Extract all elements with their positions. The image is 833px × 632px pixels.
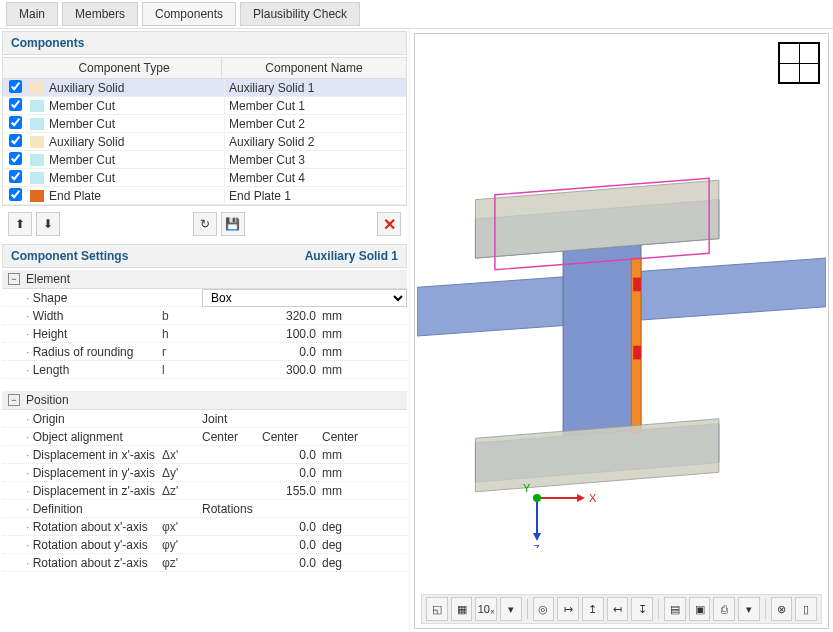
tool-drop[interactable]: ▾ bbox=[500, 597, 522, 621]
settings-header: Component Settings Auxiliary Solid 1 bbox=[2, 244, 407, 268]
move-down-button[interactable]: ⬇ bbox=[36, 212, 60, 236]
tab-plausibility-check[interactable]: Plausibility Check bbox=[240, 2, 360, 26]
cell-name: Member Cut 2 bbox=[225, 116, 406, 132]
color-swatch bbox=[30, 172, 44, 184]
table-row[interactable]: Auxiliary SolidAuxiliary Solid 1 bbox=[3, 79, 406, 97]
main-tabs: MainMembersComponentsPlausibility Check bbox=[0, 0, 833, 29]
svg-marker-14 bbox=[533, 533, 541, 541]
svg-rect-5 bbox=[633, 278, 641, 292]
table-row[interactable]: Member CutMember Cut 3 bbox=[3, 151, 406, 169]
tool-axis-neg[interactable]: ↧ bbox=[631, 597, 653, 621]
viewport-panel: X Z Y ◱▦10ₓ▾◎↦↥↤↧▤▣⎙▾⊗▯ bbox=[414, 33, 829, 629]
row-checkbox[interactable] bbox=[9, 170, 22, 183]
components-table: Component Type Component Name Auxiliary … bbox=[2, 57, 407, 206]
tool-axis-y[interactable]: ↥ bbox=[582, 597, 604, 621]
svg-point-16 bbox=[533, 494, 541, 502]
value-cell[interactable]: 300.0 bbox=[202, 363, 322, 377]
row-checkbox[interactable] bbox=[9, 152, 22, 165]
row-checkbox[interactable] bbox=[9, 80, 22, 93]
collapse-icon[interactable]: − bbox=[8, 394, 20, 406]
delete-button[interactable]: ✕ bbox=[377, 212, 401, 236]
3d-viewport[interactable]: X Z Y bbox=[417, 36, 826, 590]
table-row[interactable]: Member CutMember Cut 4 bbox=[3, 169, 406, 187]
viewport-toolbar: ◱▦10ₓ▾◎↦↥↤↧▤▣⎙▾⊗▯ bbox=[421, 594, 822, 624]
tab-components[interactable]: Components bbox=[142, 2, 236, 26]
collapse-icon[interactable]: − bbox=[8, 273, 20, 285]
tool-cube[interactable]: ▣ bbox=[689, 597, 711, 621]
value-cell[interactable]: 155.0 bbox=[202, 484, 322, 498]
table-row[interactable]: Member CutMember Cut 1 bbox=[3, 97, 406, 115]
cell-name: Member Cut 1 bbox=[225, 98, 406, 114]
group-element[interactable]: − Element bbox=[2, 270, 407, 289]
prop-alignment: Object alignment Center Center Center bbox=[2, 428, 407, 446]
cell-type: Auxiliary Solid bbox=[47, 134, 225, 150]
cell-type: Member Cut bbox=[47, 116, 225, 132]
tool-print[interactable]: ⎙ bbox=[713, 597, 735, 621]
tool-drop2[interactable]: ▾ bbox=[738, 597, 760, 621]
save-button[interactable]: 💾 bbox=[221, 212, 245, 236]
value-cell[interactable]: 0.0 bbox=[202, 538, 322, 552]
tool-zoom[interactable]: 10ₓ bbox=[475, 597, 497, 621]
table-row[interactable]: Member CutMember Cut 2 bbox=[3, 115, 406, 133]
shape-select[interactable]: Box bbox=[202, 289, 407, 307]
row-checkbox[interactable] bbox=[9, 98, 22, 111]
svg-marker-7 bbox=[475, 180, 718, 258]
tool-axis-x[interactable]: ↦ bbox=[557, 597, 579, 621]
prop-element: Widthb320.0mm bbox=[2, 307, 407, 325]
prop-displacement: Displacement in z'-axisΔz'155.0mm bbox=[2, 482, 407, 500]
cell-type: Member Cut bbox=[47, 98, 225, 114]
value-cell[interactable]: 0.0 bbox=[202, 448, 322, 462]
row-checkbox[interactable] bbox=[9, 116, 22, 129]
cell-type: Member Cut bbox=[47, 170, 225, 186]
prop-displacement: Displacement in y'-axisΔy'0.0mm bbox=[2, 464, 407, 482]
cell-type: End Plate bbox=[47, 188, 225, 204]
settings-subtitle: Auxiliary Solid 1 bbox=[305, 249, 398, 263]
prop-rotation: Rotation about y'-axisφy'0.0deg bbox=[2, 536, 407, 554]
tool-layers[interactable]: ▤ bbox=[664, 597, 686, 621]
prop-shape: Shape Box bbox=[2, 289, 407, 307]
tab-members[interactable]: Members bbox=[62, 2, 138, 26]
group-position[interactable]: − Position bbox=[2, 391, 407, 410]
prop-rotation: Rotation about x'-axisφx'0.0deg bbox=[2, 518, 407, 536]
refresh-button[interactable]: ↻ bbox=[193, 212, 217, 236]
svg-text:Z: Z bbox=[533, 543, 540, 548]
prop-origin: Origin Joint bbox=[2, 410, 407, 428]
tab-main[interactable]: Main bbox=[6, 2, 58, 26]
prop-element: Heighth100.0mm bbox=[2, 325, 407, 343]
tool-pointer[interactable]: ◱ bbox=[426, 597, 448, 621]
table-row[interactable]: End PlateEnd Plate 1 bbox=[3, 187, 406, 205]
svg-text:Y: Y bbox=[523, 482, 531, 494]
components-toolbar: ⬆ ⬇ ↻ 💾 ✕ bbox=[0, 206, 409, 242]
tool-axis-z[interactable]: ↤ bbox=[607, 597, 629, 621]
cell-name: End Plate 1 bbox=[225, 188, 406, 204]
tool-eye[interactable]: ◎ bbox=[533, 597, 555, 621]
col-header-name: Component Name bbox=[222, 58, 406, 78]
color-swatch bbox=[30, 136, 44, 148]
value-cell[interactable]: 0.0 bbox=[202, 466, 322, 480]
tool-cancel[interactable]: ⊗ bbox=[771, 597, 793, 621]
color-swatch bbox=[30, 100, 44, 112]
3d-model bbox=[417, 156, 826, 516]
row-checkbox[interactable] bbox=[9, 134, 22, 147]
prop-element: Lengthl300.0mm bbox=[2, 361, 407, 379]
prop-element: Radius of roundingr0.0mm bbox=[2, 343, 407, 361]
properties-panel: − Element Shape Box Widthb320.0mmHeighth… bbox=[2, 270, 407, 632]
tool-window[interactable]: ▦ bbox=[451, 597, 473, 621]
cell-type: Auxiliary Solid bbox=[47, 80, 225, 96]
svg-text:X: X bbox=[589, 492, 597, 504]
move-up-button[interactable]: ⬆ bbox=[8, 212, 32, 236]
value-cell[interactable]: 0.0 bbox=[202, 520, 322, 534]
value-cell[interactable]: 100.0 bbox=[202, 327, 322, 341]
value-cell[interactable]: 0.0 bbox=[202, 345, 322, 359]
table-row[interactable]: Auxiliary SolidAuxiliary Solid 2 bbox=[3, 133, 406, 151]
prop-definition: Definition Rotations bbox=[2, 500, 407, 518]
axis-indicator: X Z Y bbox=[517, 468, 607, 550]
value-cell[interactable]: 320.0 bbox=[202, 309, 322, 323]
nav-cube[interactable] bbox=[778, 42, 820, 84]
svg-marker-11 bbox=[577, 494, 585, 502]
row-checkbox[interactable] bbox=[9, 188, 22, 201]
tool-pane[interactable]: ▯ bbox=[795, 597, 817, 621]
cell-type: Member Cut bbox=[47, 152, 225, 168]
value-cell[interactable]: 0.0 bbox=[202, 556, 322, 570]
cell-name: Auxiliary Solid 2 bbox=[225, 134, 406, 150]
